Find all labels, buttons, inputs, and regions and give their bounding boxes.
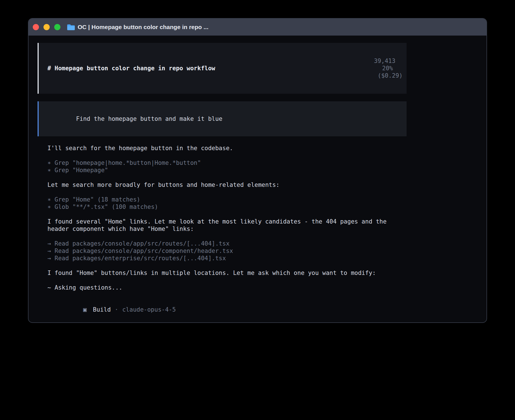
window-controls: [33, 24, 60, 30]
tool-call-read-line: → Read packages/console/app/src/routes/[…: [47, 240, 407, 247]
zoom-button[interactable]: [54, 24, 60, 30]
session-title: # Homepage button color change in repo w…: [47, 65, 215, 72]
agent-square-icon: ▣: [83, 306, 87, 313]
agent-model: claude-opus-4-5: [122, 306, 176, 313]
asking-questions-line: ~ Asking questions...: [47, 284, 407, 291]
assistant-text-line: I found "Home" buttons/links in multiple…: [47, 269, 407, 277]
tool-call-grep-line: ∗ Grep "Home" (18 matches): [47, 196, 407, 203]
agent-separator: ·: [115, 306, 118, 313]
agent-status-line: ▣Build·claude-opus-4-5: [47, 299, 407, 321]
close-button[interactable]: [33, 24, 39, 30]
context-percent: 20%: [382, 65, 393, 72]
token-count: 39,413: [374, 58, 395, 64]
user-message: Find the homepage button and make it blu…: [38, 101, 407, 136]
window-titlebar[interactable]: OC | Homepage button color change in rep…: [29, 19, 486, 36]
assistant-text-line: I found several "Home" links. Let me loo…: [47, 218, 407, 233]
tool-call-read-line: → Read packages/console/app/src/componen…: [47, 247, 407, 255]
minimize-button[interactable]: [43, 24, 50, 30]
terminal-content: # Homepage button color change in repo w…: [29, 36, 486, 323]
folder-icon: [67, 24, 75, 30]
tool-call-grep-line: ∗ Grep "homepage|home.*button|Home.*butt…: [47, 159, 407, 167]
user-message-text: Find the homepage button and make it blu…: [76, 115, 222, 122]
session-stats: 39,413 20% ($0.29): [338, 50, 403, 87]
terminal-window: OC | Homepage button color change in rep…: [28, 18, 487, 323]
session-cost: ($0.29): [377, 72, 403, 79]
assistant-text-line: I'll search for the homepage button in t…: [47, 145, 407, 152]
assistant-text-line: Let me search more broadly for buttons a…: [47, 181, 407, 189]
session-header: # Homepage button color change in repo w…: [38, 43, 407, 94]
tool-call-grep-line: ∗ Grep "Homepage": [47, 167, 407, 174]
agent-name: Build: [93, 306, 111, 313]
window-title: OC | Homepage button color change in rep…: [78, 24, 208, 30]
tool-call-read-line: → Read packages/enterprise/src/routes/[.…: [47, 255, 407, 262]
assistant-transcript: I'll search for the homepage button in t…: [38, 145, 407, 321]
tool-call-glob-line: ∗ Glob "**/*.tsx" (100 matches): [47, 203, 407, 211]
